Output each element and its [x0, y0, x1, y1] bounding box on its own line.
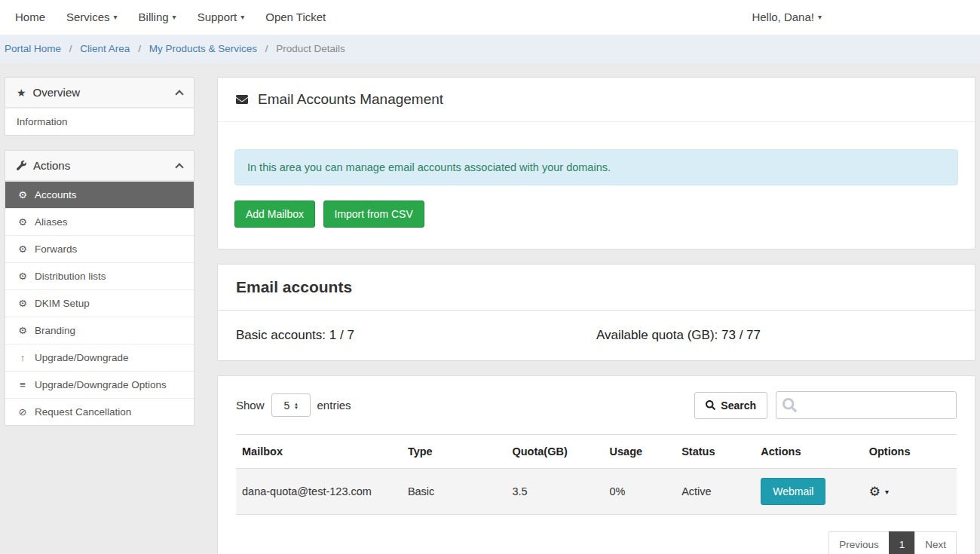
sidebar-item-label: Distribution lists: [35, 271, 106, 282]
pagination-page-1[interactable]: 1: [889, 531, 916, 554]
level-up-icon: ↑: [17, 352, 29, 363]
pagination-previous[interactable]: Previous: [828, 531, 890, 554]
accounts-table: Mailbox Type Quota(GB) Usage Status Acti…: [236, 434, 957, 515]
sidebar-item-label: Information: [17, 116, 68, 127]
search-controls: Search: [694, 391, 957, 419]
sidebar-item-upgrade-downgrade[interactable]: ↑ Upgrade/Downgrade: [5, 344, 194, 371]
pagination-next[interactable]: Next: [914, 531, 957, 554]
sidebar-header-overview[interactable]: ★ Overview: [5, 78, 194, 108]
sidebar-item-accounts[interactable]: ⚙ Accounts: [5, 181, 194, 208]
cogs-icon: ⚙: [869, 484, 880, 500]
search-button[interactable]: Search: [694, 392, 767, 419]
nav-open-ticket[interactable]: Open Ticket: [255, 0, 336, 35]
breadcrumb-separator: /: [138, 43, 141, 54]
table-header-row: Mailbox Type Quota(GB) Usage Status Acti…: [236, 435, 957, 469]
column-header-status: Status: [675, 435, 755, 469]
cogs-icon: ⚙: [17, 271, 29, 282]
breadcrumb-my-products[interactable]: My Products & Services: [149, 43, 257, 54]
chevron-down-icon: ▾: [818, 13, 822, 21]
breadcrumb-separator: /: [265, 43, 268, 54]
sidebar-panel-actions: Actions ⚙ Accounts ⚙ Aliases ⚙ Forwards …: [5, 150, 194, 426]
email-accounts-title: Email accounts: [218, 265, 975, 311]
basic-accounts-stat: Basic accounts: 1 / 7: [236, 328, 596, 343]
chevron-down-icon: ▾: [885, 488, 889, 496]
sidebar-item-branding[interactable]: ⚙ Branding: [5, 317, 194, 344]
sidebar-item-label: Aliases: [35, 216, 68, 228]
entries-label: entries: [317, 399, 351, 412]
sidebar-header-actions[interactable]: Actions: [5, 151, 194, 181]
cogs-icon: ⚙: [17, 216, 29, 228]
star-icon: ★: [17, 87, 26, 99]
email-management-body: In this area you can manage email accoun…: [218, 122, 975, 249]
sidebar-item-request-cancellation[interactable]: ⊘ Request Cancellation: [5, 398, 194, 425]
page-title: Email Accounts Management: [258, 91, 443, 108]
nav-billing[interactable]: Billing▾: [128, 0, 187, 35]
nav-services-label: Services: [66, 11, 110, 23]
add-mailbox-button[interactable]: Add Mailbox: [234, 200, 315, 228]
sidebar-item-label: Branding: [35, 325, 75, 336]
column-header-quota: Quota(GB): [506, 435, 603, 469]
list-icon: ≡: [17, 379, 29, 390]
cogs-icon: ⚙: [17, 325, 29, 336]
chevron-down-icon: ▾: [173, 13, 176, 21]
show-label: Show: [236, 399, 265, 412]
column-header-options: Options: [863, 435, 957, 469]
pagination: Previous 1 Next: [236, 531, 957, 554]
nav-support[interactable]: Support▾: [187, 0, 256, 35]
panel-email-accounts: Email accounts Basic accounts: 1 / 7 Ava…: [217, 264, 975, 361]
sidebar-item-label: Upgrade/Downgrade Options: [35, 379, 167, 390]
show-entries-select[interactable]: 5 ▴▾: [271, 393, 311, 417]
column-header-actions: Actions: [755, 435, 862, 469]
cell-options: ⚙ ▾: [863, 469, 957, 515]
info-alert: In this area you can manage email accoun…: [234, 149, 958, 185]
cell-type: Basic: [402, 469, 507, 515]
breadcrumb-client-area[interactable]: Client Area: [80, 43, 130, 54]
sidebar-item-upgrade-downgrade-options[interactable]: ≡ Upgrade/Downgrade Options: [5, 371, 194, 398]
breadcrumb-portal-home[interactable]: Portal Home: [5, 43, 61, 54]
import-from-csv-button[interactable]: Import from CSV: [323, 200, 424, 228]
select-arrows-icon: ▴▾: [295, 402, 298, 409]
action-buttons-row: Add Mailbox Import from CSV: [234, 200, 958, 228]
sidebar-item-aliases[interactable]: ⚙ Aliases: [5, 208, 194, 235]
search-input[interactable]: [776, 391, 957, 419]
sidebar-item-information[interactable]: Information: [5, 108, 194, 135]
sidebar-item-forwards[interactable]: ⚙ Forwards: [5, 235, 194, 262]
search-input-wrap: [776, 391, 957, 419]
nav-home[interactable]: Home: [5, 0, 56, 35]
user-menu[interactable]: Hello, Dana!▾: [741, 0, 832, 35]
accounts-stats: Basic accounts: 1 / 7 Available quota (G…: [218, 311, 975, 360]
sidebar-actions-title: Actions: [33, 159, 70, 172]
options-dropdown-button[interactable]: ⚙ ▾: [869, 484, 889, 500]
cogs-icon: ⚙: [17, 189, 29, 200]
sidebar-overview-title: Overview: [33, 86, 81, 99]
nav-services[interactable]: Services▾: [56, 0, 128, 35]
main-content: Email Accounts Management In this area y…: [217, 77, 975, 554]
top-navbar: Home Services▾ Billing▾ Support▾ Open Ti…: [0, 0, 980, 35]
search-button-label: Search: [721, 399, 756, 412]
sidebar-panel-overview: ★ Overview Information: [5, 77, 194, 136]
ban-icon: ⊘: [17, 406, 29, 418]
wrench-icon: [17, 161, 26, 170]
breadcrumb-separator: /: [69, 43, 72, 54]
table-controls: Show 5 ▴▾ entries Search: [236, 391, 957, 419]
search-icon: [706, 400, 715, 410]
panel-email-management: Email Accounts Management In this area y…: [217, 77, 975, 249]
show-entries-group: Show 5 ▴▾ entries: [236, 393, 351, 417]
sidebar-item-label: Forwards: [35, 243, 77, 255]
breadcrumb: Portal Home / Client Area / My Products …: [0, 35, 980, 63]
nav-support-label: Support: [198, 11, 237, 23]
cogs-icon: ⚙: [17, 243, 29, 255]
column-header-mailbox: Mailbox: [236, 435, 402, 469]
cell-quota: 3.5: [506, 469, 603, 515]
sidebar-item-distribution-lists[interactable]: ⚙ Distribution lists: [5, 262, 194, 289]
cell-status: Active: [675, 469, 755, 515]
cogs-icon: ⚙: [17, 298, 29, 309]
cell-actions: Webmail: [755, 469, 862, 515]
column-header-usage: Usage: [604, 435, 676, 469]
panel-accounts-table: Show 5 ▴▾ entries Search: [217, 375, 975, 554]
webmail-button[interactable]: Webmail: [761, 478, 825, 505]
nav-billing-label: Billing: [139, 11, 169, 23]
cell-mailbox: dana-quota@test-123.com: [236, 469, 402, 515]
sidebar-item-dkim-setup[interactable]: ⚙ DKIM Setup: [5, 289, 194, 317]
chevron-down-icon: ▾: [114, 13, 118, 21]
